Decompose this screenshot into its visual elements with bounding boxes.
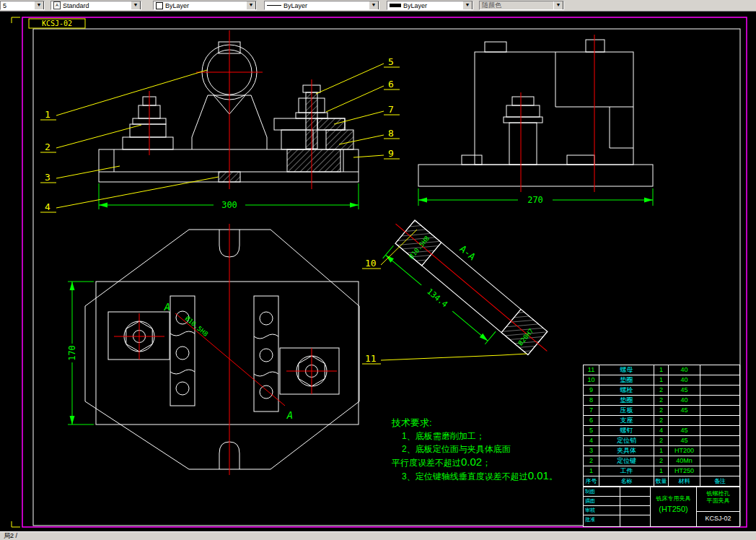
- part-qty: 4: [654, 426, 669, 435]
- part-note: [700, 446, 739, 456]
- dim-text-300: 300: [221, 200, 237, 210]
- part-note: [700, 426, 739, 435]
- color-combo[interactable]: ByLayer ▼: [153, 1, 257, 10]
- linetype-combo[interactable]: ByLayer ▼: [264, 1, 379, 10]
- callout-5: 5: [388, 56, 394, 67]
- part-no: 5: [584, 426, 599, 435]
- title-block-label: 批准: [584, 515, 620, 525]
- part-material: HT250: [669, 466, 700, 476]
- part-no: 10: [584, 375, 599, 385]
- front-view: [99, 30, 359, 189]
- part-qty: 1: [654, 365, 669, 375]
- lineweight-combo[interactable]: ByLayer ▼: [387, 1, 473, 10]
- table-row: 2定位键240Mn: [584, 456, 739, 466]
- callout-9: 9: [388, 148, 394, 159]
- part-material: 45: [669, 406, 700, 415]
- part-note: [700, 416, 739, 425]
- part-material: 45: [669, 436, 700, 445]
- header-no: 序号: [584, 476, 599, 486]
- part-name: 垫圈: [599, 375, 654, 385]
- chevron-down-icon[interactable]: ▼: [131, 1, 141, 10]
- part-qty: 1: [654, 446, 669, 456]
- text-style-icon: A: [53, 1, 61, 9]
- part-no: 8: [584, 396, 599, 405]
- plotstyle-combo[interactable]: 随颜色 ▼: [479, 1, 564, 10]
- part-no: 4: [584, 436, 599, 445]
- title-block-name-cell: 铣床专用夹具 (HT250): [650, 487, 696, 526]
- header-note: 备注: [700, 476, 739, 486]
- layer-combo[interactable]: 5 ▼: [0, 1, 45, 10]
- section-title-label: A-A: [457, 243, 478, 263]
- part-no: 1: [584, 466, 599, 476]
- title-block-values: [620, 487, 650, 526]
- tech-req-item-2b-punct: ；: [482, 458, 491, 468]
- section-arrow-label-top: A: [164, 301, 170, 313]
- tech-req-tolerance-1: 0.02: [461, 456, 482, 468]
- fixture-material: (HT250): [651, 505, 696, 513]
- dim-front-width: 300: [99, 183, 359, 210]
- header-material: 材料: [669, 476, 700, 486]
- table-row: 6支座2: [584, 416, 739, 426]
- dim-text-270: 270: [527, 195, 543, 205]
- part-name: 螺栓: [599, 386, 654, 395]
- drawing-title-line-2: 平面夹具: [697, 497, 739, 505]
- part-no: 3: [584, 446, 599, 456]
- callout-10: 10: [365, 258, 377, 269]
- part-qty: 2: [654, 436, 669, 445]
- part-material: 45: [669, 426, 700, 435]
- drawing-number: KCSJ-02: [697, 512, 739, 526]
- part-note: [700, 436, 739, 445]
- table-row: 10垫圈140: [584, 375, 739, 386]
- lineweight-combo-value: ByLayer: [403, 2, 427, 9]
- part-qty: 2: [654, 456, 669, 466]
- part-material: 40: [669, 375, 700, 385]
- parts-table-header: 序号名称数量材料备注: [584, 476, 739, 487]
- part-qty: 2: [654, 406, 669, 415]
- part-name: 支座: [599, 416, 654, 425]
- title-block-label: 描图: [584, 497, 620, 506]
- color-swatch-icon: [156, 2, 163, 9]
- tech-req-item-2b: 平行度误差不超过0.02；: [392, 456, 558, 469]
- header-name: 名称: [599, 476, 654, 486]
- plan-hole-note: Ø10.5H8: [184, 315, 209, 338]
- cad-application-window: KCSJ-02: [0, 0, 756, 540]
- chevron-down-icon[interactable]: ▼: [462, 1, 472, 10]
- callout-4: 4: [45, 201, 50, 212]
- table-row: 5螺钉445: [584, 426, 739, 436]
- callout-7: 7: [388, 104, 394, 115]
- part-note: [700, 406, 739, 415]
- drawing-title-line-1: 铣螺栓孔: [697, 490, 739, 497]
- section-view-aa: 134.4 A-A Ø10.5H8 Ø20H7: [374, 201, 566, 378]
- part-name: 垫圈: [599, 396, 654, 405]
- part-no: 9: [584, 386, 599, 395]
- toolbar: 5 ▼ A Standard ▼ ByLayer ▼ ByLayer ▼ ByL…: [0, 0, 756, 12]
- plotstyle-combo-value: 随颜色: [482, 1, 501, 10]
- callouts: 1 2 3 4 5 6 7 8 9 10 11: [40, 56, 527, 364]
- tech-req-item-2a: 2、底板定位面与夹具体底面: [392, 443, 558, 456]
- table-row: 4定位销245: [584, 436, 739, 446]
- part-note: [700, 456, 739, 466]
- tech-req-item-3-punct: 。: [549, 471, 558, 482]
- text-style-combo[interactable]: A Standard ▼: [50, 1, 141, 10]
- chevron-down-icon[interactable]: ▼: [34, 1, 44, 10]
- header-qty: 数量: [654, 476, 669, 486]
- tech-req-item-3: 3、定位键轴线垂直度误差不超过0.01。: [392, 469, 558, 483]
- part-material: [669, 416, 700, 425]
- tech-req-item-2b-text: 平行度误差不超过: [392, 458, 461, 468]
- part-note: [700, 466, 739, 476]
- table-row: 9螺栓245: [584, 386, 739, 396]
- chevron-down-icon[interactable]: ▼: [246, 1, 256, 10]
- part-note: [700, 375, 739, 385]
- part-qty: 1: [654, 375, 669, 385]
- technical-requirements: 技术要求: 1、底板需磨削加工； 2、底板定位面与夹具体底面 平行度误差不超过0…: [392, 417, 558, 483]
- part-qty: 2: [654, 386, 669, 395]
- chevron-down-icon[interactable]: ▼: [369, 1, 379, 10]
- linetype-icon: [267, 5, 281, 6]
- title-block: 制图 描图 审核 批准 铣床专用夹具 (HT250) 铣螺栓孔 平面夹具 KCS…: [584, 487, 739, 526]
- table-row: 1工件1HT250: [584, 466, 739, 476]
- part-no: 11: [584, 365, 599, 375]
- part-material: 40: [669, 396, 700, 405]
- table-row: 11螺母140: [584, 365, 739, 375]
- chevron-down-icon[interactable]: ▼: [553, 1, 563, 10]
- tech-req-item-1: 1、底板需磨削加工；: [392, 430, 558, 443]
